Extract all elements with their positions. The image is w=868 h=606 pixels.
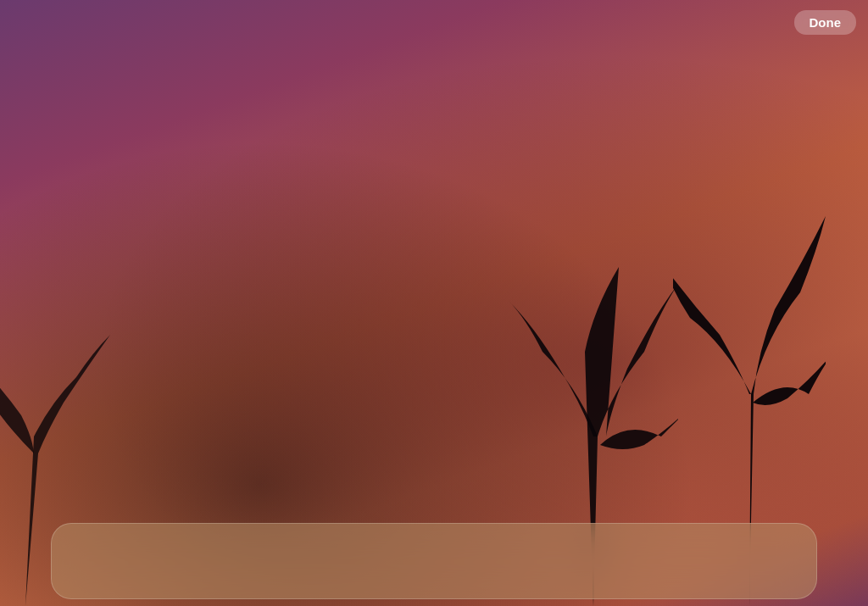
dock — [51, 523, 817, 599]
done-button[interactable]: Done — [794, 10, 857, 35]
apps-grid — [34, 34, 834, 513]
